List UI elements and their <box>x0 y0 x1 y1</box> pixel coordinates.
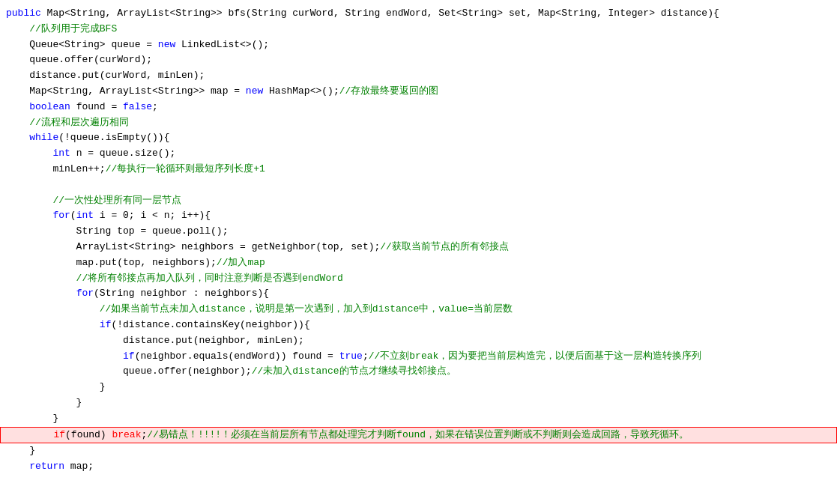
code-token: boolean <box>29 101 70 112</box>
line-content: //一次性处理所有同一层节点 <box>6 193 181 209</box>
code-block: public Map<String, ArrayList<String>> bf… <box>0 6 837 475</box>
code-line: public Map<String, ArrayList<String>> bf… <box>0 6 837 22</box>
code-token <box>6 101 29 112</box>
code-token: if <box>123 350 135 362</box>
code-token: //队列用于完成BFS <box>6 23 117 34</box>
code-token: //将所有邻接点再加入队列，同时注意判断是否遇到endWord <box>6 273 343 284</box>
line-content: map.put(top, neighbors);//加入map <box>6 255 265 271</box>
line-content: queue.offer(neighbor);//未加入distance的节点才继… <box>6 364 456 380</box>
code-line: distance.put(neighbor, minLen); <box>0 333 837 349</box>
code-token: if <box>53 429 65 440</box>
code-token: } <box>6 445 35 456</box>
code-token: (String neighbor : neighbors){ <box>94 288 269 299</box>
line-content: distance.put(neighbor, minLen); <box>6 333 304 349</box>
line-content: distance.put(curWord, minLen); <box>6 68 205 84</box>
line-content: } <box>6 395 82 411</box>
code-token: ; <box>152 101 158 112</box>
code-token <box>6 461 29 472</box>
line-content: if(found) break;//易错点！!!!!！必须在当前层所有节点都处理… <box>7 428 689 443</box>
code-line: while(!queue.isEmpty()){ <box>0 130 837 146</box>
code-token: Queue<String> queue = <box>6 39 158 50</box>
code-token: (String curWord, String endWord, Set<Str… <box>246 7 719 19</box>
code-token <box>6 179 52 190</box>
code-token: distance.put(neighbor, minLen); <box>6 335 304 346</box>
code-token: (neighbor.equals(endWord)) found = <box>135 350 339 362</box>
code-token: String top = queue.poll(); <box>6 225 228 237</box>
code-token <box>6 319 100 330</box>
code-token: LinkedList<>(); <box>175 39 269 50</box>
code-token: } <box>6 397 82 408</box>
line-content: for(String neighbor : neighbors){ <box>6 286 269 302</box>
code-token <box>6 210 52 221</box>
line-content: String top = queue.poll(); <box>6 224 228 240</box>
code-line: distance.put(curWord, minLen); <box>0 68 837 84</box>
code-token: queue.offer(curWord); <box>6 54 152 65</box>
code-line: if(found) break;//易错点！!!!!！必须在当前层所有节点都处理… <box>0 427 837 444</box>
code-line: queue.offer(curWord); <box>0 52 837 68</box>
line-content: return map; <box>6 459 94 475</box>
code-token: minLen++; <box>6 163 106 174</box>
line-content: //流程和层次遍历相同 <box>6 115 129 131</box>
code-line: String top = queue.poll(); <box>0 224 837 240</box>
code-token: queue.offer(neighbor); <box>6 365 252 377</box>
code-token: int <box>76 210 94 221</box>
code-line: queue.offer(neighbor);//未加入distance的节点才继… <box>0 364 837 380</box>
code-token: i = 0; i < n; i++){ <box>94 210 211 221</box>
code-line: if(!distance.containsKey(neighbor)){ <box>0 318 837 333</box>
code-token: false <box>123 101 152 112</box>
code-line: return map; <box>0 459 837 475</box>
code-token: map; <box>64 461 94 472</box>
code-token: //加入map <box>217 257 265 268</box>
code-token: while <box>29 132 58 143</box>
code-token <box>7 429 53 440</box>
code-line: //流程和层次遍历相同 <box>0 115 837 131</box>
line-content: if(!distance.containsKey(neighbor)){ <box>6 318 310 333</box>
code-line: for(int i = 0; i < n; i++){ <box>0 208 837 224</box>
code-line: } <box>0 380 837 395</box>
code-token: n = queue.size(); <box>70 148 175 159</box>
code-token: int <box>52 148 70 159</box>
code-token: break <box>112 429 141 440</box>
code-token <box>6 132 29 143</box>
code-token: ArrayList<String> neighbors = getNeighbo… <box>6 241 380 252</box>
code-line: ArrayList<String> neighbors = getNeighbo… <box>0 240 837 255</box>
line-content: } <box>6 380 106 395</box>
line-content: int n = queue.size(); <box>6 146 175 162</box>
line-content: } <box>6 443 35 459</box>
code-token: ( <box>70 210 76 221</box>
code-line <box>0 177 837 193</box>
line-content: if(neighbor.equals(endWord)) found = tru… <box>6 349 701 365</box>
code-line: } <box>0 411 837 427</box>
code-token: return <box>29 461 64 472</box>
code-token: //未加入distance的节点才继续寻找邻接点。 <box>252 365 456 377</box>
line-content: public Map<String, ArrayList<String>> bf… <box>6 6 719 22</box>
code-token: public <box>6 7 47 19</box>
code-token: if <box>100 319 112 330</box>
code-token: //每执行一轮循环则最短序列长度+1 <box>106 163 265 174</box>
line-content: //队列用于完成BFS <box>6 22 117 37</box>
line-content: queue.offer(curWord); <box>6 52 152 68</box>
line-content: //将所有邻接点再加入队列，同时注意判断是否遇到endWord <box>6 271 343 287</box>
code-editor: public Map<String, ArrayList<String>> bf… <box>0 0 837 504</box>
code-line: for(String neighbor : neighbors){ <box>0 286 837 302</box>
code-line: if(neighbor.equals(endWord)) found = tru… <box>0 349 837 365</box>
line-content: //如果当前节点未加入distance，说明是第一次遇到，加入到distance… <box>6 302 513 318</box>
code-token: Map<String, ArrayList<String>> map = <box>6 85 246 97</box>
code-token <box>6 288 76 299</box>
code-token: (!queue.isEmpty()){ <box>58 132 169 143</box>
line-content: minLen++;//每执行一轮循环则最短序列长度+1 <box>6 162 265 177</box>
code-token: } <box>6 413 58 424</box>
code-token: //一次性处理所有同一层节点 <box>6 195 181 206</box>
code-line: minLen++;//每执行一轮循环则最短序列长度+1 <box>0 162 837 177</box>
code-token: Map <box>47 7 64 19</box>
code-token: bfs <box>228 7 245 19</box>
code-line: //一次性处理所有同一层节点 <box>0 193 837 209</box>
code-token: ; <box>363 350 369 362</box>
code-line: //将所有邻接点再加入队列，同时注意判断是否遇到endWord <box>0 271 837 287</box>
code-line: int n = queue.size(); <box>0 146 837 162</box>
line-content: Queue<String> queue = new LinkedList<>()… <box>6 37 269 53</box>
code-token <box>6 148 52 159</box>
code-token: //不立刻break，因为要把当前层构造完，以便后面基于这一层构造转换序列 <box>369 350 702 362</box>
code-line: } <box>0 443 837 459</box>
code-token: } <box>6 381 106 392</box>
